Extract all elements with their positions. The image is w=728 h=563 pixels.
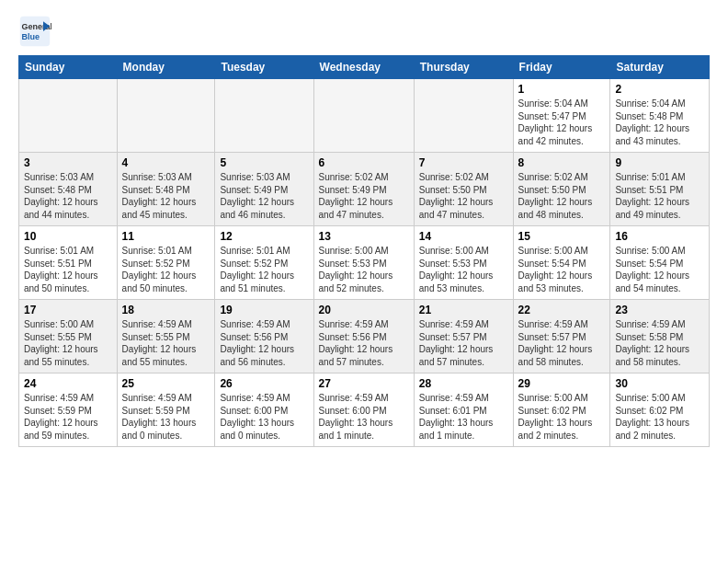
day-info: Sunrise: 5:00 AM Sunset: 5:54 PM Dayligh… xyxy=(518,245,606,294)
calendar-day-cell: 3Sunrise: 5:03 AM Sunset: 5:48 PM Daylig… xyxy=(19,153,118,226)
day-number: 15 xyxy=(518,230,606,243)
day-number: 28 xyxy=(419,377,508,390)
calendar-weekday-sunday: Sunday xyxy=(19,56,118,79)
day-info: Sunrise: 5:03 AM Sunset: 5:49 PM Dayligh… xyxy=(220,171,308,221)
calendar-day-cell: 16Sunrise: 5:00 AM Sunset: 5:54 PM Dayli… xyxy=(610,226,710,300)
day-number: 24 xyxy=(24,377,112,390)
calendar-day-cell: 24Sunrise: 4:59 AM Sunset: 5:59 PM Dayli… xyxy=(19,373,118,447)
calendar-weekday-saturday: Saturday xyxy=(610,56,710,79)
calendar-day-cell: 26Sunrise: 4:59 AM Sunset: 6:00 PM Dayli… xyxy=(215,373,313,447)
day-info: Sunrise: 4:59 AM Sunset: 5:56 PM Dayligh… xyxy=(220,318,308,368)
day-number: 21 xyxy=(419,304,508,316)
calendar-day-cell xyxy=(19,79,118,153)
calendar-day-cell: 12Sunrise: 5:01 AM Sunset: 5:52 PM Dayli… xyxy=(215,226,313,300)
calendar-day-cell: 21Sunrise: 4:59 AM Sunset: 5:57 PM Dayli… xyxy=(414,300,513,373)
day-number: 4 xyxy=(122,156,210,169)
day-number: 27 xyxy=(319,377,409,390)
day-number: 16 xyxy=(615,230,704,243)
day-info: Sunrise: 5:00 AM Sunset: 5:54 PM Dayligh… xyxy=(615,245,704,294)
calendar-day-cell: 15Sunrise: 5:00 AM Sunset: 5:54 PM Dayli… xyxy=(513,226,610,300)
day-info: Sunrise: 5:04 AM Sunset: 5:48 PM Dayligh… xyxy=(615,98,704,147)
calendar-table: SundayMondayTuesdayWednesdayThursdayFrid… xyxy=(18,55,710,447)
day-info: Sunrise: 5:04 AM Sunset: 5:47 PM Dayligh… xyxy=(518,98,606,147)
calendar-weekday-tuesday: Tuesday xyxy=(215,56,313,79)
day-number: 25 xyxy=(122,377,210,390)
header: General Blue xyxy=(18,15,710,48)
day-info: Sunrise: 4:59 AM Sunset: 5:58 PM Dayligh… xyxy=(615,318,704,368)
day-number: 13 xyxy=(319,230,409,243)
day-number: 6 xyxy=(319,156,409,169)
day-number: 1 xyxy=(518,83,606,96)
calendar-header-row: SundayMondayTuesdayWednesdayThursdayFrid… xyxy=(19,56,710,79)
calendar-day-cell: 1Sunrise: 5:04 AM Sunset: 5:47 PM Daylig… xyxy=(513,79,610,153)
calendar-day-cell: 25Sunrise: 4:59 AM Sunset: 5:59 PM Dayli… xyxy=(117,373,215,447)
calendar-day-cell: 29Sunrise: 5:00 AM Sunset: 6:02 PM Dayli… xyxy=(513,373,610,447)
calendar-day-cell: 9Sunrise: 5:01 AM Sunset: 5:51 PM Daylig… xyxy=(610,153,710,226)
day-info: Sunrise: 5:01 AM Sunset: 5:52 PM Dayligh… xyxy=(220,245,308,294)
logo: General Blue xyxy=(18,15,51,48)
calendar-weekday-wednesday: Wednesday xyxy=(313,56,414,79)
day-number: 2 xyxy=(615,83,704,96)
day-info: Sunrise: 4:59 AM Sunset: 5:59 PM Dayligh… xyxy=(24,392,112,442)
day-number: 3 xyxy=(24,156,112,169)
calendar-day-cell: 19Sunrise: 4:59 AM Sunset: 5:56 PM Dayli… xyxy=(215,300,313,373)
calendar-day-cell: 6Sunrise: 5:02 AM Sunset: 5:49 PM Daylig… xyxy=(313,153,414,226)
day-info: Sunrise: 5:02 AM Sunset: 5:49 PM Dayligh… xyxy=(319,171,409,221)
day-number: 14 xyxy=(419,230,508,243)
day-info: Sunrise: 4:59 AM Sunset: 5:56 PM Dayligh… xyxy=(319,318,409,368)
calendar-day-cell: 5Sunrise: 5:03 AM Sunset: 5:49 PM Daylig… xyxy=(215,153,313,226)
day-info: Sunrise: 4:59 AM Sunset: 6:00 PM Dayligh… xyxy=(319,392,409,442)
calendar-day-cell: 11Sunrise: 5:01 AM Sunset: 5:52 PM Dayli… xyxy=(117,226,215,300)
day-number: 18 xyxy=(122,304,210,316)
calendar-day-cell: 8Sunrise: 5:02 AM Sunset: 5:50 PM Daylig… xyxy=(513,153,610,226)
calendar-day-cell: 10Sunrise: 5:01 AM Sunset: 5:51 PM Dayli… xyxy=(19,226,118,300)
calendar-day-cell xyxy=(117,79,215,153)
day-number: 5 xyxy=(220,156,308,169)
logo-icon: General Blue xyxy=(18,15,51,48)
day-info: Sunrise: 5:01 AM Sunset: 5:52 PM Dayligh… xyxy=(122,245,210,294)
calendar-day-cell: 7Sunrise: 5:02 AM Sunset: 5:50 PM Daylig… xyxy=(414,153,513,226)
calendar-day-cell xyxy=(414,79,513,153)
calendar-day-cell xyxy=(313,79,414,153)
calendar-day-cell: 23Sunrise: 4:59 AM Sunset: 5:58 PM Dayli… xyxy=(610,300,710,373)
day-info: Sunrise: 5:03 AM Sunset: 5:48 PM Dayligh… xyxy=(122,171,210,221)
calendar-day-cell: 14Sunrise: 5:00 AM Sunset: 5:53 PM Dayli… xyxy=(414,226,513,300)
day-number: 9 xyxy=(615,156,704,169)
calendar-week-row: 24Sunrise: 4:59 AM Sunset: 5:59 PM Dayli… xyxy=(19,373,710,447)
day-info: Sunrise: 5:01 AM Sunset: 5:51 PM Dayligh… xyxy=(24,245,112,294)
calendar-day-cell: 22Sunrise: 4:59 AM Sunset: 5:57 PM Dayli… xyxy=(513,300,610,373)
calendar-day-cell: 13Sunrise: 5:00 AM Sunset: 5:53 PM Dayli… xyxy=(313,226,414,300)
calendar-day-cell xyxy=(215,79,313,153)
day-info: Sunrise: 5:00 AM Sunset: 5:53 PM Dayligh… xyxy=(419,245,508,294)
day-info: Sunrise: 4:59 AM Sunset: 5:59 PM Dayligh… xyxy=(122,392,210,442)
day-info: Sunrise: 4:59 AM Sunset: 5:55 PM Dayligh… xyxy=(122,318,210,368)
calendar-weekday-friday: Friday xyxy=(513,56,610,79)
calendar-day-cell: 17Sunrise: 5:00 AM Sunset: 5:55 PM Dayli… xyxy=(19,300,118,373)
calendar-weekday-monday: Monday xyxy=(117,56,215,79)
day-number: 20 xyxy=(319,304,409,316)
calendar-day-cell: 28Sunrise: 4:59 AM Sunset: 6:01 PM Dayli… xyxy=(414,373,513,447)
day-info: Sunrise: 5:00 AM Sunset: 6:02 PM Dayligh… xyxy=(518,392,606,442)
calendar-day-cell: 27Sunrise: 4:59 AM Sunset: 6:00 PM Dayli… xyxy=(313,373,414,447)
day-number: 10 xyxy=(24,230,112,243)
day-info: Sunrise: 5:01 AM Sunset: 5:51 PM Dayligh… xyxy=(615,171,704,221)
calendar-day-cell: 30Sunrise: 5:00 AM Sunset: 6:02 PM Dayli… xyxy=(610,373,710,447)
day-info: Sunrise: 4:59 AM Sunset: 5:57 PM Dayligh… xyxy=(419,318,508,368)
calendar-week-row: 10Sunrise: 5:01 AM Sunset: 5:51 PM Dayli… xyxy=(19,226,710,300)
day-number: 26 xyxy=(220,377,308,390)
svg-text:Blue: Blue xyxy=(22,32,40,41)
calendar-week-row: 3Sunrise: 5:03 AM Sunset: 5:48 PM Daylig… xyxy=(19,153,710,226)
day-info: Sunrise: 4:59 AM Sunset: 5:57 PM Dayligh… xyxy=(518,318,606,368)
day-number: 19 xyxy=(220,304,308,316)
calendar-weekday-thursday: Thursday xyxy=(414,56,513,79)
day-info: Sunrise: 5:02 AM Sunset: 5:50 PM Dayligh… xyxy=(518,171,606,221)
calendar-week-row: 17Sunrise: 5:00 AM Sunset: 5:55 PM Dayli… xyxy=(19,300,710,373)
day-info: Sunrise: 5:02 AM Sunset: 5:50 PM Dayligh… xyxy=(419,171,508,221)
day-number: 12 xyxy=(220,230,308,243)
day-number: 30 xyxy=(615,377,704,390)
day-info: Sunrise: 5:03 AM Sunset: 5:48 PM Dayligh… xyxy=(24,171,112,221)
day-info: Sunrise: 5:00 AM Sunset: 5:55 PM Dayligh… xyxy=(24,318,112,368)
day-info: Sunrise: 5:00 AM Sunset: 5:53 PM Dayligh… xyxy=(319,245,409,294)
day-number: 11 xyxy=(122,230,210,243)
day-info: Sunrise: 4:59 AM Sunset: 6:00 PM Dayligh… xyxy=(220,392,308,442)
